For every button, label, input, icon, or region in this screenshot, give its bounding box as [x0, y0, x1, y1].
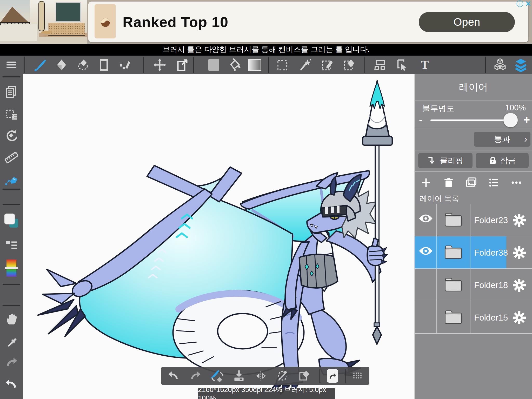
canvas[interactable] [23, 74, 414, 399]
redo-button[interactable] [3, 354, 20, 371]
brush-tool-button[interactable] [32, 57, 49, 72]
layer-row[interactable]: Folder23 [415, 204, 532, 236]
select-menu-tool-button[interactable] [3, 106, 20, 123]
grid-dots-button[interactable] [350, 369, 366, 383]
layer-settings-gear-icon[interactable] [513, 279, 526, 292]
layers-panel-button[interactable] [513, 57, 529, 72]
layer-name: Folder23 [474, 215, 508, 225]
material-pen-tool-button[interactable] [3, 171, 20, 188]
hand-icon [4, 312, 19, 327]
select-eraser-icon [342, 58, 356, 72]
layer-settings-gear-icon[interactable] [513, 311, 526, 324]
flip-horizontal-button[interactable] [252, 369, 269, 383]
select-rect-icon [275, 58, 289, 72]
layer-name: Folder38 [474, 248, 508, 258]
layers-icon [514, 58, 528, 72]
clipping-button[interactable]: 클리핑 [418, 153, 473, 168]
ad-photo-rug [31, 37, 87, 44]
object-select-tool-button[interactable] [393, 57, 410, 72]
material-3d-button[interactable] [492, 57, 508, 72]
gradient-icon [248, 59, 261, 71]
ruler-tool-button[interactable] [3, 149, 20, 166]
transform-tool-button[interactable] [174, 57, 190, 72]
gradient-tool-button[interactable] [246, 57, 263, 72]
pages-tool-button[interactable] [3, 84, 20, 100]
ad-photo[interactable] [0, 0, 87, 44]
folder-icon [444, 277, 462, 292]
tip-bar: 브러시 툴은 다양한 브러시를 통해 캔버스를 그리는 툴 입니다. [0, 44, 532, 56]
lock-label: 잠금 [500, 155, 516, 166]
share-button[interactable] [324, 369, 341, 383]
ad-open-button[interactable]: Open [419, 12, 515, 32]
layer-row[interactable]: Folder15 [415, 301, 532, 334]
select-eraser-tool-button[interactable] [341, 57, 358, 72]
clear-layer-button[interactable] [296, 369, 313, 383]
rect-icon [97, 58, 111, 72]
object-select-icon [394, 58, 408, 72]
menu-button[interactable] [3, 57, 20, 72]
rotate-reset-button[interactable] [274, 369, 291, 383]
color-swatch-button[interactable] [3, 212, 20, 229]
opacity-slider-thumb[interactable] [503, 113, 518, 127]
tip-text: 브러시 툴은 다양한 브러시를 통해 캔버스를 그리는 툴 입니다. [162, 44, 370, 55]
opacity-value: 100% [505, 103, 526, 112]
ad-photo-surfboard [38, 1, 45, 31]
frame-split-icon [374, 58, 388, 72]
move-icon [153, 58, 167, 72]
visibility-eye-icon[interactable] [418, 246, 433, 256]
layer-list: Folder23 Folder38 Folder18 [415, 204, 532, 334]
eraser-tool-button[interactable] [53, 57, 70, 72]
eyedropper-icon [4, 336, 19, 350]
rotate-canvas-tool-button[interactable] [3, 127, 20, 144]
save-icon [232, 369, 245, 382]
magic-wand-icon [298, 58, 312, 72]
layer-settings-gear-icon[interactable] [513, 246, 526, 259]
redo-button[interactable] [187, 369, 204, 383]
ad-close-icon[interactable]: ✕ [525, 0, 531, 8]
text-tool-button[interactable]: T [416, 57, 433, 72]
panel-divider [415, 150, 532, 150]
eyedropper-tool-button[interactable] [3, 335, 20, 351]
paint-bucket-tool-button[interactable] [226, 57, 243, 72]
opacity-minus-button[interactable]: - [419, 114, 423, 126]
ad-info-icon[interactable]: ⓘ [516, 0, 523, 8]
sidebar-divider [3, 189, 20, 190]
palette-list-icon [4, 238, 19, 253]
layer-name: Folder18 [474, 280, 508, 290]
select-rect-tool-button[interactable] [274, 57, 291, 72]
add-layer-button[interactable] [419, 176, 433, 189]
import-image-button[interactable] [464, 176, 478, 189]
layer-settings-gear-icon[interactable] [513, 214, 526, 227]
undo-button[interactable] [165, 369, 182, 383]
brush-eraser-swap-button[interactable] [209, 369, 225, 383]
magic-wand-tool-button[interactable] [297, 57, 314, 72]
undo-button[interactable] [3, 376, 20, 393]
fill-swatch-button[interactable] [205, 57, 222, 72]
opacity-plus-button[interactable]: + [523, 114, 530, 126]
delete-layer-button[interactable] [441, 176, 456, 189]
select-pen-tool-button[interactable] [319, 57, 336, 72]
palette-list-button[interactable] [3, 237, 20, 254]
redo-icon [4, 355, 19, 370]
hue-bar-button[interactable] [3, 260, 20, 276]
layer-list-view-button[interactable] [487, 176, 501, 189]
lasso-eraser-tool-button[interactable] [75, 57, 91, 72]
more-options-button[interactable] [509, 176, 524, 189]
lock-button[interactable]: 잠금 [476, 153, 529, 168]
swirl-logo-icon [98, 14, 112, 29]
blend-mode-button[interactable]: 통과 › [474, 132, 530, 147]
curve-pen-tool-button[interactable] [116, 57, 133, 72]
layer-row-selected[interactable]: Folder38 [415, 236, 532, 269]
sidebar-divider [3, 284, 20, 285]
layer-list-title: 레이어 목록 [420, 194, 459, 204]
save-button[interactable] [231, 369, 247, 383]
ad-card[interactable]: Ranked Top 10 Open [88, 2, 528, 42]
fill-swatch-icon [208, 59, 219, 71]
layer-row[interactable]: Folder18 [415, 269, 532, 301]
frame-split-tool-button[interactable] [372, 57, 389, 72]
hue-slider-handle[interactable] [5, 267, 18, 269]
visibility-eye-icon[interactable] [418, 213, 433, 224]
shape-rect-tool-button[interactable] [96, 57, 112, 72]
hand-tool-button[interactable] [3, 311, 20, 328]
move-tool-button[interactable] [151, 57, 168, 72]
